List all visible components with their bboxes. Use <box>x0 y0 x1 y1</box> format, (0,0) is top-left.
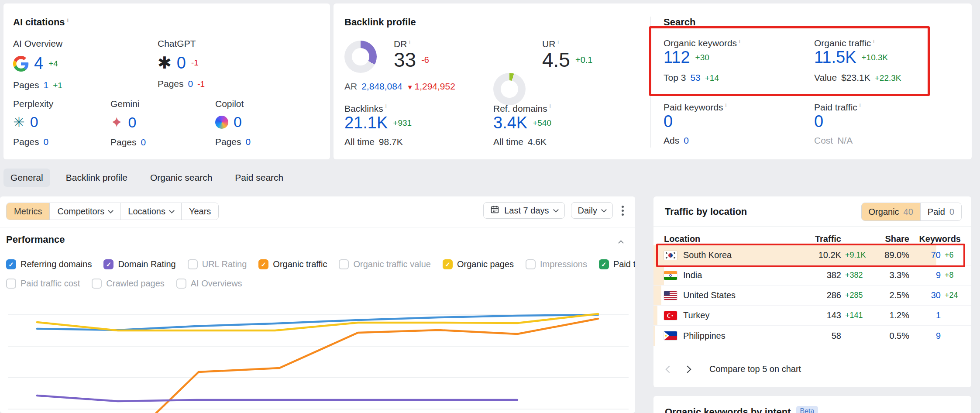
ar-value[interactable]: 2,848,084 <box>361 81 402 92</box>
checkbox-checked-icon[interactable]: ✓ <box>258 259 268 269</box>
metric-checkbox-crawled-pages[interactable]: Crawled pages <box>92 279 164 289</box>
date-range-button[interactable]: Last 7 days <box>483 202 564 219</box>
traffic-delta: +9.1K <box>841 251 874 260</box>
panel-divider <box>653 226 971 227</box>
metric-checkbox-paid-traffic[interactable]: ✓Paid traffic <box>599 259 635 269</box>
location-row-india[interactable]: India382+3823.3%9+8 <box>653 265 971 286</box>
location-row-united-states[interactable]: United States286+2852.5%30+24 <box>653 286 971 306</box>
metric-checkbox-organic-pages[interactable]: ✓Organic pages <box>443 259 514 269</box>
competitors-button[interactable]: Competitors <box>49 203 120 220</box>
chatgpt-count[interactable]: 0 <box>177 54 186 72</box>
top3-value[interactable]: 53 <box>690 72 700 83</box>
checkbox-unchecked-icon[interactable] <box>92 279 102 289</box>
metric-checkbox-referring-domains[interactable]: ✓Referring domains <box>6 259 92 269</box>
paid-traffic-value[interactable]: 0 <box>814 112 823 131</box>
metric-checkbox-impressions[interactable]: Impressions <box>526 259 587 269</box>
gemini-icon: ✦ <box>110 114 123 131</box>
organic-keywords-value[interactable]: 112 <box>664 48 690 67</box>
paid-traffic-label[interactable]: Paid traffic <box>814 102 861 113</box>
ai-item-copilot: Copilot 0 Pages 0 <box>215 99 303 147</box>
traffic-by-location-panel: Traffic by location Organic 40 Paid 0 Lo… <box>653 196 971 387</box>
locations-button[interactable]: Locations <box>120 203 181 220</box>
location-row-turkey[interactable]: Turkey143+1411.2%1 <box>653 306 971 326</box>
metric-checkbox-organic-traffic[interactable]: ✓Organic traffic <box>258 259 327 269</box>
keywords-value[interactable]: 9 <box>915 270 941 280</box>
checkbox-checked-icon[interactable]: ✓ <box>599 259 609 269</box>
prev-page-chevron-icon[interactable] <box>666 365 673 373</box>
keywords-value[interactable]: 1 <box>915 310 941 320</box>
tab-paid-search[interactable]: Paid search <box>228 169 290 187</box>
location-row-philippines[interactable]: Philippines580.5%9 <box>653 326 971 346</box>
ar-label: AR <box>344 81 357 92</box>
metric-checkbox-ai-overviews[interactable]: AI Overviews <box>176 279 242 289</box>
more-options-kebab-icon[interactable] <box>619 203 626 218</box>
ads-value[interactable]: 0 <box>684 135 689 146</box>
checkbox-unchecked-icon[interactable] <box>176 279 186 289</box>
pages-value[interactable]: 0 <box>44 137 49 147</box>
checkbox-checked-icon[interactable]: ✓ <box>443 259 453 269</box>
tab-backlink-profile[interactable]: Backlink profile <box>59 169 134 187</box>
col-keywords[interactable]: Keywords <box>915 234 961 244</box>
refdomains-delta: +540 <box>533 118 551 128</box>
refdomains-value[interactable]: 3.4K <box>493 114 527 132</box>
metric-checkbox-domain-rating[interactable]: ✓Domain Rating <box>103 259 175 269</box>
keywords-value[interactable]: 30 <box>915 290 941 300</box>
col-traffic[interactable]: Traffic <box>801 234 841 244</box>
refdomains-label[interactable]: Ref. domains <box>493 103 551 114</box>
organic-traffic-value[interactable]: 11.5K <box>814 48 856 67</box>
backlinks-value[interactable]: 21.1K <box>344 114 388 132</box>
dr-donut <box>344 41 377 73</box>
checkbox-unchecked-icon[interactable] <box>6 279 16 289</box>
metric-checkbox-url-rating[interactable]: URL Rating <box>188 259 247 269</box>
filter-button-group: Metrics Competitors Locations Years <box>6 203 219 220</box>
gemini-count[interactable]: 0 <box>128 114 137 131</box>
compare-top5-link[interactable]: Compare top 5 on chart <box>709 364 801 374</box>
location-row-south-korea[interactable]: South Korea10.2K+9.1K89.0%70+6 <box>653 245 971 265</box>
years-button[interactable]: Years <box>181 203 218 220</box>
performance-line-chart[interactable] <box>0 295 635 413</box>
copilot-count[interactable]: 0 <box>234 114 242 131</box>
tab-organic-search[interactable]: Organic search <box>143 169 219 187</box>
checkbox-unchecked-icon[interactable] <box>188 259 198 269</box>
metric-checkbox-organic-traffic-value[interactable]: Organic traffic value <box>339 259 431 269</box>
keywords-value[interactable]: 70 <box>915 250 941 260</box>
perplexity-count[interactable]: 0 <box>30 114 38 131</box>
keywords-value[interactable]: 9 <box>915 331 941 341</box>
dr-delta: -6 <box>421 55 429 65</box>
paid-keywords-value[interactable]: 0 <box>664 112 673 131</box>
checkbox-label: Domain Rating <box>118 259 175 269</box>
metrics-button[interactable]: Metrics <box>7 203 49 220</box>
toggle-organic[interactable]: Organic 40 <box>862 203 920 220</box>
pages-value[interactable]: 0 <box>246 137 251 147</box>
col-share[interactable]: Share <box>874 234 909 244</box>
pages-label: Pages <box>215 137 241 147</box>
organic-paid-toggle: Organic 40 Paid 0 <box>861 203 962 221</box>
paid-count: 0 <box>949 207 954 217</box>
toggle-paid[interactable]: Paid 0 <box>920 203 961 220</box>
collapse-chevron-up-icon[interactable] <box>618 240 624 246</box>
share-value: 1.2% <box>874 310 909 320</box>
checkbox-checked-icon[interactable]: ✓ <box>6 259 16 269</box>
ur-delta: +0.1 <box>575 55 592 65</box>
share-bar <box>653 286 661 305</box>
next-page-chevron-icon[interactable] <box>684 365 691 373</box>
perplexity-icon: ✳ <box>13 114 25 131</box>
paid-keywords-label[interactable]: Paid keywords <box>664 102 726 113</box>
backlinks-label[interactable]: Backlinks <box>344 103 387 114</box>
pages-value[interactable]: 0 <box>141 137 146 148</box>
tab-general[interactable]: General <box>3 169 50 187</box>
ai-overview-count[interactable]: 4 <box>34 54 43 73</box>
pages-value[interactable]: 0 <box>188 79 193 89</box>
organic-keywords-label[interactable]: Organic keywords <box>664 38 740 48</box>
checkbox-checked-icon[interactable]: ✓ <box>103 259 113 269</box>
checkbox-unchecked-icon[interactable] <box>526 259 536 269</box>
col-location: Location <box>664 234 700 244</box>
traffic-delta: +141 <box>841 311 874 320</box>
metric-checkbox-paid-traffic-cost[interactable]: Paid traffic cost <box>6 279 80 289</box>
location-pagination: Compare top 5 on chart <box>667 364 801 374</box>
pages-value[interactable]: 1 <box>44 80 49 90</box>
traffic-delta: +285 <box>841 291 874 300</box>
granularity-button[interactable]: Daily <box>571 202 613 219</box>
organic-traffic-label[interactable]: Organic traffic <box>814 38 874 48</box>
checkbox-unchecked-icon[interactable] <box>339 259 349 269</box>
